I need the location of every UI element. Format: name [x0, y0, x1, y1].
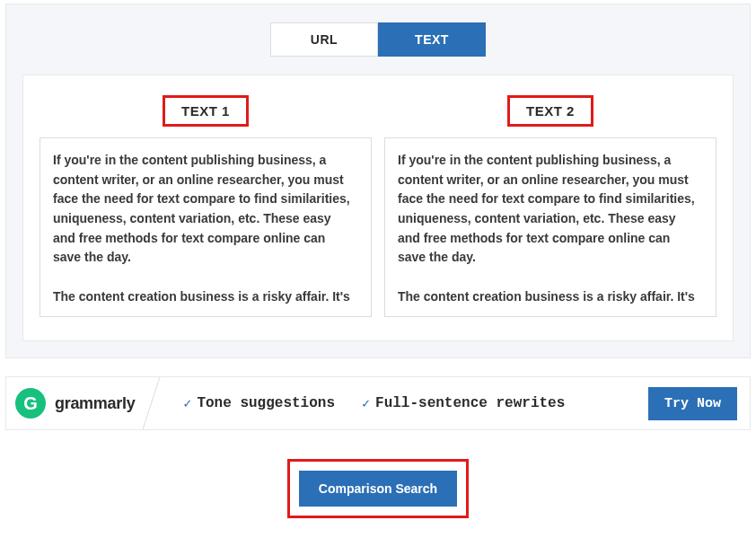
text2-box: [384, 137, 716, 317]
text2-input[interactable]: [385, 138, 716, 316]
text1-input[interactable]: [40, 138, 371, 316]
try-now-button[interactable]: Try Now: [648, 387, 737, 420]
search-section: Comparison Search: [0, 459, 756, 518]
tab-text[interactable]: TEXT: [378, 22, 486, 57]
text1-box: [40, 137, 372, 317]
feature-rewrites-label: Full-sentence rewrites: [375, 395, 565, 411]
search-highlight: Comparison Search: [287, 459, 469, 518]
divider: [139, 376, 189, 430]
check-icon: ✓: [362, 395, 370, 412]
tab-url[interactable]: URL: [270, 22, 378, 57]
grammarly-logo-icon: G: [15, 388, 46, 419]
feature-rewrites: ✓ Full-sentence rewrites: [362, 395, 565, 412]
comparison-search-button[interactable]: Comparison Search: [299, 471, 457, 507]
grammarly-brand-name: grammarly: [55, 394, 135, 413]
feature-tone: ✓ Tone suggestions: [183, 395, 335, 412]
input-mode-tabs: URL TEXT: [22, 22, 734, 57]
text2-header: TEXT 2: [507, 95, 593, 127]
check-icon: ✓: [183, 395, 191, 412]
grammarly-ad: G grammarly ✓ Tone suggestions ✓ Full-se…: [5, 376, 751, 430]
feature-tone-label: Tone suggestions: [197, 395, 335, 411]
text1-header: TEXT 1: [163, 95, 249, 127]
main-panel: URL TEXT TEXT 1 TEXT 2: [5, 4, 751, 358]
text-input-panel: TEXT 1 TEXT 2: [22, 75, 734, 341]
